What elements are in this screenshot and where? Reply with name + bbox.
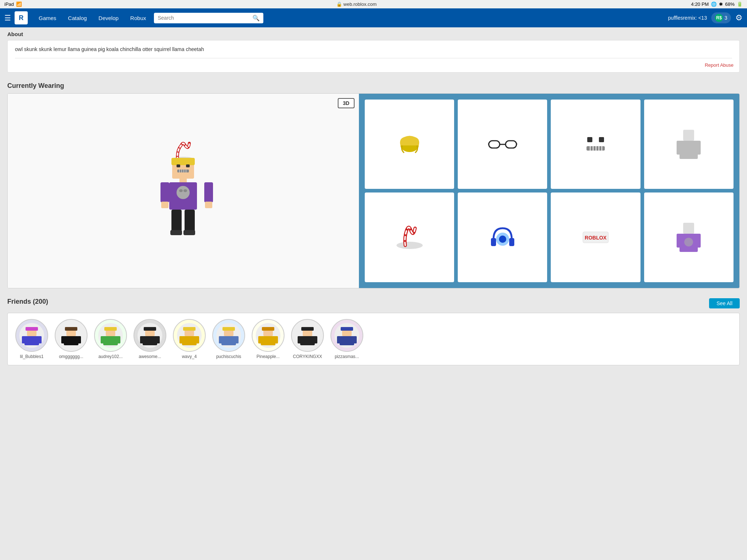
btn-3d[interactable]: 3D xyxy=(338,98,355,108)
friend-avatar-0 xyxy=(15,319,48,352)
svg-rect-64 xyxy=(61,336,65,343)
item-card-body1[interactable] xyxy=(644,100,734,189)
svg-rect-63 xyxy=(64,336,78,345)
friend-avatar-3 xyxy=(133,319,166,352)
nav-robux[interactable]: Robux xyxy=(125,12,151,24)
svg-rect-104 xyxy=(341,327,353,331)
avatar-svg xyxy=(150,140,216,242)
navbar-links: Games Catalog Develop Robux xyxy=(34,12,151,24)
svg-rect-21 xyxy=(185,210,195,232)
friend-item-2[interactable]: audrey102... xyxy=(92,319,129,359)
friend-name-5: puchiscuchis xyxy=(216,354,241,359)
svg-rect-5 xyxy=(177,170,189,172)
svg-rect-2 xyxy=(171,158,195,165)
svg-rect-100 xyxy=(298,336,301,343)
item-card-face[interactable] xyxy=(551,100,640,189)
robux-badge[interactable]: R$ 3 xyxy=(711,12,731,23)
friend-avatar-1 xyxy=(55,319,88,352)
nav-catalog[interactable]: Catalog xyxy=(63,12,92,24)
username-label: pufflesremix: <13 xyxy=(668,15,707,21)
wearing-container: 3D xyxy=(7,93,740,288)
svg-rect-10 xyxy=(179,179,187,182)
status-right: 4:20 PM 🌐 ✱ 68% 🔋 xyxy=(691,1,743,7)
friend-item-5[interactable]: puchiscuchis xyxy=(210,319,247,359)
friend-avatar-4 xyxy=(173,319,206,352)
friend-item-3[interactable]: awesome... xyxy=(132,319,168,359)
svg-rect-105 xyxy=(340,336,354,345)
friend-name-4: wavy_4 xyxy=(182,354,197,359)
about-title: About xyxy=(7,31,740,37)
svg-rect-65 xyxy=(77,336,81,343)
svg-rect-51 xyxy=(677,234,681,248)
see-all-button[interactable]: See All xyxy=(709,298,740,308)
time-label: 4:20 PM xyxy=(691,1,709,7)
svg-rect-95 xyxy=(274,336,278,343)
item-card-glasses[interactable] xyxy=(458,100,547,189)
svg-rect-44 xyxy=(509,238,514,246)
friend-item-7[interactable]: CORYKINGXX xyxy=(289,319,326,359)
svg-rect-19 xyxy=(205,202,212,208)
search-bar[interactable]: 🔍 xyxy=(154,13,263,23)
friend-item-1[interactable]: omgggggg... xyxy=(53,319,89,359)
item-card-body2[interactable] xyxy=(644,192,734,282)
url-label: web.roblox.com xyxy=(344,1,377,7)
item-card-headphones[interactable] xyxy=(458,192,547,282)
svg-rect-77 xyxy=(156,336,160,343)
svg-rect-83 xyxy=(196,336,199,343)
svg-rect-49 xyxy=(683,223,694,234)
svg-rect-94 xyxy=(258,336,262,343)
svg-rect-93 xyxy=(261,336,275,345)
svg-rect-99 xyxy=(300,336,315,345)
items-grid: ROBLOX xyxy=(359,94,739,288)
hamburger-button[interactable]: ☰ xyxy=(4,13,11,22)
friend-avatar-8 xyxy=(330,319,363,352)
wifi-icon: 📶 xyxy=(16,1,22,7)
report-abuse-link[interactable]: Report Abuse xyxy=(705,62,734,68)
item-card-roblox-shirt[interactable]: ROBLOX xyxy=(551,192,640,282)
logo-text: R xyxy=(19,14,24,22)
friend-item-8[interactable]: pizzasmas... xyxy=(329,319,365,359)
svg-rect-26 xyxy=(506,141,516,148)
navbar-right: pufflesremix: <13 R$ 3 ⚙ xyxy=(668,12,743,23)
svg-rect-25 xyxy=(489,141,500,148)
item-card-hair[interactable] xyxy=(365,100,454,189)
status-bar: iPad 📶 🔒 web.roblox.com 4:20 PM 🌐 ✱ 68% … xyxy=(0,0,747,8)
svg-rect-18 xyxy=(161,202,169,208)
svg-rect-62 xyxy=(65,327,77,331)
svg-rect-38 xyxy=(683,130,694,141)
friends-title: Friends (200) xyxy=(7,298,48,306)
friend-item-4[interactable]: wavy_4 xyxy=(171,319,208,359)
nav-develop[interactable]: Develop xyxy=(93,12,124,24)
item-card-hat[interactable] xyxy=(365,192,454,282)
friends-container: lil_Bubbles1 omgggggg... xyxy=(7,313,740,365)
robux-icon: R$ xyxy=(715,14,723,22)
svg-rect-22 xyxy=(170,230,182,235)
svg-text:ROBLOX: ROBLOX xyxy=(585,235,607,241)
svg-rect-69 xyxy=(103,336,118,345)
friend-item-0[interactable]: lil_Bubbles1 xyxy=(13,319,50,359)
wearing-title: Currently Wearing xyxy=(7,82,740,90)
svg-rect-23 xyxy=(183,230,195,235)
svg-point-14 xyxy=(183,189,187,192)
settings-icon[interactable]: ⚙ xyxy=(735,13,743,23)
lock-icon: 🔒 xyxy=(336,1,342,7)
friend-item-6[interactable]: Pineapple... xyxy=(250,319,286,359)
svg-rect-43 xyxy=(491,238,496,246)
friends-section: Friends (200) See All lil_Bubbles1 xyxy=(0,294,747,371)
svg-rect-89 xyxy=(235,336,239,343)
svg-rect-57 xyxy=(24,336,39,345)
friend-name-1: omgggggg... xyxy=(59,354,84,359)
battery-icon: 🔋 xyxy=(737,1,743,7)
about-text: owl skunk skunk lemur llama guinea pig k… xyxy=(15,46,732,58)
svg-rect-59 xyxy=(38,336,42,343)
search-input[interactable] xyxy=(158,15,252,21)
avatar-preview: 3D xyxy=(8,94,359,288)
main-content: About owl skunk skunk lemur llama guinea… xyxy=(0,27,747,371)
search-icon[interactable]: 🔍 xyxy=(252,15,260,22)
friend-name-2: audrey102... xyxy=(98,354,123,359)
nav-games[interactable]: Games xyxy=(34,12,61,24)
svg-rect-39 xyxy=(680,141,698,159)
roblox-logo[interactable]: R xyxy=(15,11,28,24)
svg-rect-76 xyxy=(140,336,144,343)
about-box: owl skunk skunk lemur llama guinea pig k… xyxy=(7,40,740,73)
